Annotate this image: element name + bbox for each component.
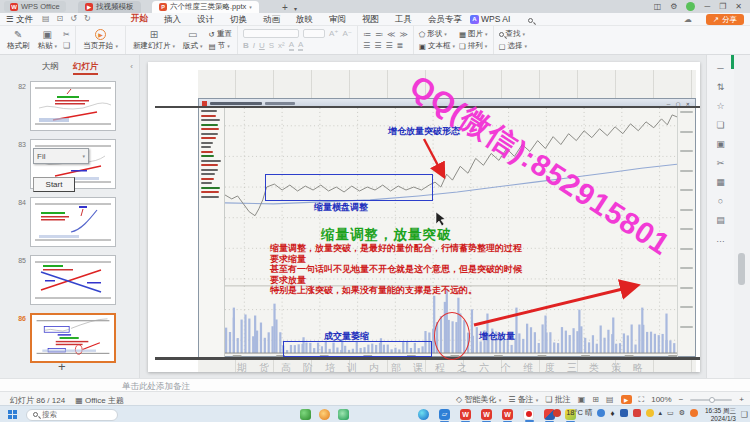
slide-thumbnail-86-selected[interactable]: 86 [0, 313, 140, 363]
bold-button[interactable]: B [243, 41, 249, 50]
zoom-level[interactable]: 100% [651, 395, 671, 404]
tray-app-icon-3[interactable] [646, 409, 654, 417]
normal-view-icon[interactable]: ▣ [578, 395, 586, 404]
superscript-button[interactable]: x² [278, 41, 285, 50]
slide-thumbnail-82[interactable]: 82 [0, 81, 140, 131]
picture-button[interactable]: ▦图片 ▾ [459, 29, 488, 39]
file-explorer-icon[interactable]: ▱ [439, 409, 450, 420]
section-button[interactable]: ▤节 ▾ [209, 41, 232, 51]
menu-item-6[interactable]: 审阅 [328, 13, 347, 27]
sync-icon[interactable]: ⇅ [717, 82, 725, 92]
widget-icon-2[interactable] [319, 409, 330, 420]
wps-writer-icon[interactable]: W [460, 409, 471, 420]
recorder-start-button[interactable]: Start [33, 177, 75, 192]
menu-item-5[interactable]: 放映 [295, 13, 314, 27]
history-icon[interactable]: ○ [718, 196, 723, 206]
copy-icon[interactable]: ❏ [63, 41, 70, 50]
shapes-button[interactable]: ⬠形状 ▾ [419, 29, 455, 39]
vertical-scrollbar[interactable] [734, 55, 750, 378]
start-button[interactable] [8, 410, 17, 419]
edge-browser-icon[interactable] [418, 409, 429, 420]
undo-icon[interactable]: ↺ [70, 14, 77, 23]
menu-item-8[interactable]: 工具 [394, 13, 413, 27]
menu-item-2[interactable]: 设计 [196, 13, 215, 27]
collapse-rail-icon[interactable]: ─ [717, 63, 723, 73]
format-painter-button[interactable]: ✎格式刷 [5, 30, 32, 51]
zoom-out-button[interactable]: − [679, 395, 684, 404]
play-from-page-button[interactable]: ▶当页开始 ▾ [81, 29, 120, 51]
widget-icon-1[interactable] [300, 409, 311, 420]
temperature-label[interactable]: 18°C 晴 [566, 408, 592, 418]
reading-view-icon[interactable]: ▤ [606, 395, 614, 404]
microphone-icon[interactable]: ♦ [610, 409, 614, 418]
menu-item-7[interactable]: 视图 [361, 13, 380, 27]
file-menu[interactable]: ☰ 文件 [6, 14, 33, 26]
sorter-view-icon[interactable]: ⊞ [592, 395, 599, 404]
menu-item-9[interactable]: 会员专享 [427, 13, 463, 27]
new-tab-button[interactable]: + [282, 2, 288, 13]
add-slide-button[interactable]: + [58, 359, 66, 374]
hidden-icons-chevron[interactable]: ▴ [659, 409, 663, 417]
settings-gear-icon[interactable]: ⚙ [670, 2, 677, 11]
cut-icon[interactable]: ✂ [63, 30, 70, 39]
slide-canvas[interactable]: ─ ▢ ✕ QQ(微信):852915801 增仓放量突破形态 缩量横盘调整 成… [140, 55, 706, 378]
paste-button[interactable]: ▣粘贴 ▾ [36, 30, 60, 51]
zoom-slider[interactable] [690, 399, 732, 401]
theme-button[interactable]: ▦ Office 主题 [75, 395, 124, 406]
wps-home-button[interactable]: W WPS Office [4, 1, 66, 12]
number-list-icon[interactable]: ≕ [375, 30, 383, 39]
save-icon[interactable]: ▤ [42, 14, 50, 23]
arrange-button[interactable]: ❏排列 ▾ [459, 41, 488, 51]
star-icon[interactable]: ☆ [716, 101, 724, 111]
tab-doc-caret-icon[interactable]: ▾ [249, 4, 252, 10]
slide-thumbnail-85[interactable]: 85 [0, 255, 140, 305]
beautify-button[interactable]: ◇ 智能美化 ▾ [456, 394, 501, 405]
new-slide-button[interactable]: ⊞新建幻灯片 ▾ [131, 30, 177, 51]
thumbnail-image[interactable] [30, 81, 116, 131]
tab-current-doc[interactable]: P 六个维度三类策略.pptx ▾ [152, 1, 259, 13]
widget-icon-3[interactable] [338, 409, 349, 420]
font-color-button[interactable]: A [289, 40, 294, 51]
recorder-app-icon[interactable] [523, 409, 534, 420]
notes-button[interactable]: ☰ 备注 ▾ [508, 394, 538, 405]
notes-pane[interactable]: 单击此处添加备注 [0, 378, 750, 391]
slide-layout-button[interactable]: ▭版式 ▾ [181, 30, 205, 51]
reset-button[interactable]: ↺重置 [209, 29, 232, 39]
indent-left-icon[interactable]: ≪ [387, 30, 395, 39]
redo-icon[interactable]: ↻ [84, 14, 91, 23]
thumbnail-image[interactable] [30, 313, 116, 363]
textbox-button[interactable]: ▣文本框 ▾ [419, 41, 455, 51]
tab-list-caret-icon[interactable]: ▾ [294, 5, 297, 12]
scrollbar-thumb[interactable] [738, 253, 745, 285]
align-left-icon[interactable]: ☰ [363, 41, 370, 50]
split-view-icon[interactable]: ◫ [654, 2, 662, 11]
taskbar-search[interactable]: 搜索 [26, 409, 118, 421]
thumbnail-image[interactable] [30, 197, 116, 247]
cut-panel-icon[interactable]: ✂ [717, 158, 725, 168]
indent-right-icon[interactable]: ≫ [399, 30, 407, 39]
minimize-button[interactable]: ─ [704, 2, 710, 11]
settings-tray-icon[interactable]: ⚙ [679, 409, 685, 417]
share-button[interactable]: ↗ 分享 [706, 14, 744, 25]
more-icon[interactable]: … [716, 234, 725, 244]
font-name-select[interactable] [243, 29, 299, 38]
thumbnail-image[interactable] [30, 255, 116, 305]
collapse-panel-icon[interactable]: ‹ [130, 62, 133, 71]
underline-button[interactable]: U [259, 41, 265, 50]
grid-panel-icon[interactable]: ▦ [716, 177, 725, 187]
decrease-font-icon[interactable]: A⁻ [342, 29, 352, 38]
print-icon[interactable]: ⊡ [57, 14, 64, 23]
slide-thumbnail-84[interactable]: 84 [0, 197, 140, 247]
chart-panel-icon[interactable]: ▤ [716, 215, 725, 225]
search-icon[interactable] [528, 15, 533, 25]
image-panel-icon[interactable]: ▣ [716, 139, 725, 149]
weather-icon[interactable] [553, 409, 561, 417]
tab-slides[interactable]: 幻灯片 [73, 61, 99, 75]
align-right-icon[interactable]: ☰ [385, 41, 392, 50]
line-spacing-icon[interactable]: ≣ [397, 41, 404, 50]
close-button[interactable]: ✕ [735, 2, 742, 11]
copy-panel-icon[interactable]: ❏ [716, 120, 724, 130]
menu-item-1[interactable]: 插入 [163, 13, 182, 27]
comments-button[interactable]: ❏ 批注 [545, 394, 570, 405]
cloud-tray-icon[interactable] [597, 409, 605, 417]
